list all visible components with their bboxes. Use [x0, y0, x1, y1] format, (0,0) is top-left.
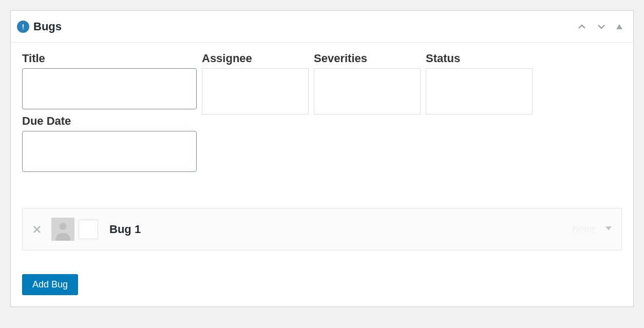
filter-row-1: Title Assignee Severities Status	[22, 52, 622, 114]
filter-title-group: Title	[22, 52, 197, 109]
severities-input[interactable]	[314, 68, 421, 114]
collapse-icon[interactable]	[616, 23, 623, 30]
panel-title: Bugs	[33, 20, 577, 33]
assignee-label: Assignee	[202, 52, 309, 65]
move-up-icon[interactable]	[577, 22, 587, 32]
svg-rect-1	[23, 28, 24, 29]
bugs-metabox: Bugs Title Assignee Severities	[10, 10, 634, 307]
alert-icon	[17, 21, 29, 33]
avatar	[51, 218, 74, 241]
svg-marker-2	[616, 24, 622, 29]
move-down-icon[interactable]	[596, 22, 607, 32]
svg-rect-0	[23, 24, 24, 28]
filter-severities-group: Severities	[314, 52, 421, 114]
status-input[interactable]	[426, 68, 533, 114]
bug-list: Bug 1 None	[22, 208, 622, 250]
bug-title: Bug 1	[109, 223, 141, 236]
remove-bug-icon[interactable]	[32, 224, 42, 235]
assignee-input[interactable]	[202, 68, 309, 114]
bug-item[interactable]: Bug 1 None	[22, 208, 622, 250]
bug-status-text: None	[573, 224, 595, 235]
svg-point-6	[60, 223, 67, 230]
panel-controls	[577, 22, 623, 32]
metabox-body: Title Assignee Severities Status Due Dat…	[11, 43, 633, 306]
status-label: Status	[426, 52, 533, 65]
severities-label: Severities	[314, 52, 421, 65]
filter-assignee-group: Assignee	[202, 52, 309, 114]
add-bug-button[interactable]: Add Bug	[22, 274, 78, 295]
svg-marker-7	[605, 226, 612, 230]
filter-due-group: Due Date	[22, 114, 622, 172]
title-input[interactable]	[22, 68, 197, 109]
due-date-input[interactable]	[22, 131, 197, 172]
title-label: Title	[22, 52, 197, 65]
bug-thumbnail	[79, 220, 98, 239]
add-row: Add Bug	[22, 274, 622, 295]
metabox-header: Bugs	[11, 11, 633, 43]
expand-icon[interactable]	[605, 225, 612, 234]
due-date-label: Due Date	[22, 114, 622, 128]
filter-status-group: Status	[426, 52, 533, 114]
